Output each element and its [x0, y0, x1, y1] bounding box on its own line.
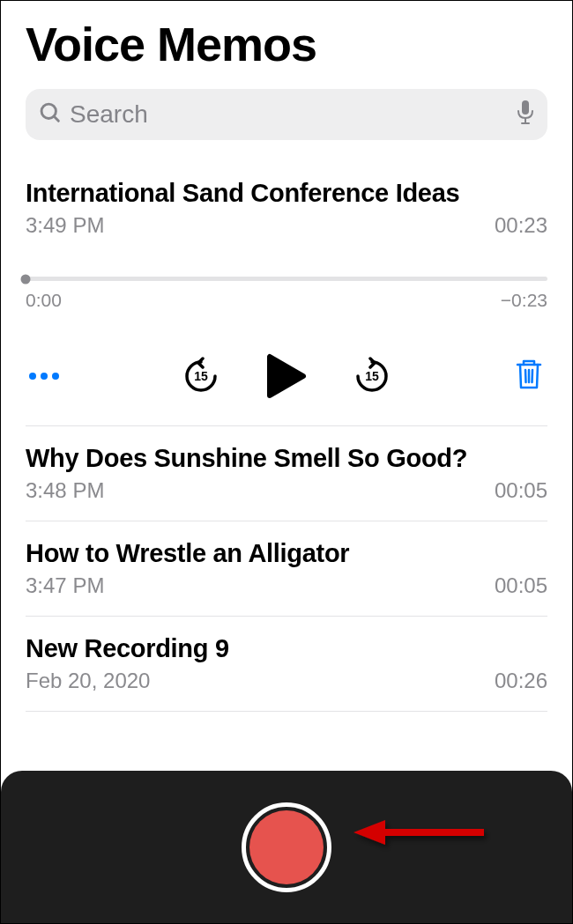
memo-item[interactable]: How to Wrestle an Alligator 3:47 PM 00:0…: [26, 521, 547, 617]
memo-meta: 3:49 PM 00:23: [26, 213, 547, 238]
playback-scrubber[interactable]: 0:00 −0:23: [26, 277, 547, 311]
memo-title: Why Does Sunshine Smell So Good?: [26, 444, 547, 473]
scrubber-times: 0:00 −0:23: [26, 290, 547, 311]
memo-duration: 00:26: [495, 669, 547, 693]
memo-time: 3:49 PM: [26, 213, 104, 238]
more-dot-icon: [52, 373, 59, 380]
record-icon: [249, 810, 324, 884]
memo-item[interactable]: New Recording 9 Feb 20, 2020 00:26: [26, 617, 547, 712]
memo-duration: 00:05: [495, 573, 547, 598]
more-dot-icon: [41, 373, 48, 380]
microphone-icon[interactable]: [516, 100, 535, 129]
memo-meta: 3:47 PM 00:05: [26, 573, 547, 598]
memo-list: International Sand Conference Ideas 3:49…: [1, 156, 572, 712]
scrub-start-time: 0:00: [26, 290, 62, 311]
delete-button[interactable]: [514, 358, 544, 395]
memo-title: How to Wrestle an Alligator: [26, 539, 547, 568]
memo-title: International Sand Conference Ideas: [26, 179, 547, 208]
search-input[interactable]: [70, 100, 516, 129]
svg-line-7: [525, 370, 526, 382]
memo-title: New Recording 9: [26, 634, 547, 663]
svg-line-9: [532, 370, 533, 382]
memo-time: Feb 20, 2020: [26, 669, 150, 693]
memo-duration: 00:05: [495, 478, 547, 503]
memo-time: 3:47 PM: [26, 573, 104, 598]
play-button[interactable]: [266, 353, 307, 399]
svg-text:15: 15: [365, 369, 379, 383]
more-button[interactable]: [29, 373, 59, 380]
header: Voice Memos: [1, 1, 572, 80]
record-bar: [1, 771, 572, 923]
page-title: Voice Memos: [26, 17, 547, 71]
memo-duration: 00:23: [495, 213, 547, 238]
svg-text:15: 15: [194, 369, 208, 383]
scrubber-track[interactable]: [26, 277, 547, 281]
memo-meta: Feb 20, 2020 00:26: [26, 669, 547, 693]
memo-time: 3:48 PM: [26, 478, 104, 503]
center-controls: 15 15: [182, 353, 391, 399]
memo-item[interactable]: Why Does Sunshine Smell So Good? 3:48 PM…: [26, 426, 547, 521]
record-button[interactable]: [242, 802, 331, 892]
playback-controls: 15 15: [26, 353, 547, 399]
svg-rect-2: [522, 100, 529, 115]
more-dot-icon: [29, 373, 36, 380]
scrub-end-time: −0:23: [501, 290, 547, 311]
scrubber-thumb[interactable]: [21, 274, 31, 284]
skip-back-button[interactable]: 15: [182, 357, 220, 395]
memo-expanded: International Sand Conference Ideas 3:49…: [26, 156, 547, 426]
svg-line-1: [54, 116, 58, 121]
search-bar[interactable]: [26, 89, 547, 140]
memo-meta: 3:48 PM 00:05: [26, 478, 547, 503]
skip-forward-button[interactable]: 15: [353, 357, 391, 395]
search-icon: [38, 100, 63, 129]
